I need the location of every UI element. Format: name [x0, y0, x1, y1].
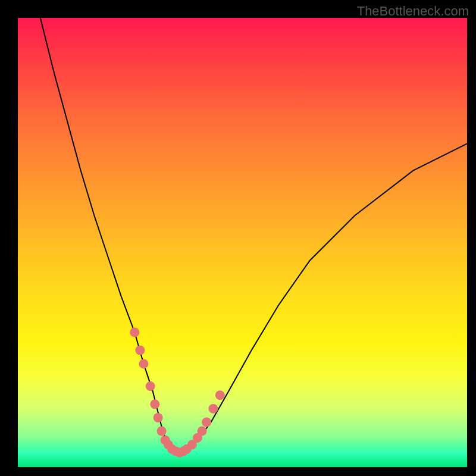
svg-point-2 [139, 359, 148, 368]
svg-point-1 [135, 346, 145, 355]
svg-point-3 [146, 381, 155, 391]
svg-point-5 [154, 413, 163, 422]
svg-point-17 [202, 418, 211, 427]
svg-point-6 [157, 427, 167, 436]
chart-plot-area [18, 18, 467, 467]
svg-point-18 [208, 404, 218, 414]
chart-svg [18, 18, 467, 467]
bottleneck-curve [40, 18, 467, 453]
watermark-text: TheBottleneck.com [357, 4, 469, 19]
svg-point-19 [215, 390, 225, 400]
svg-point-4 [150, 399, 159, 409]
svg-point-0 [130, 328, 139, 337]
svg-point-16 [198, 427, 207, 436]
highlight-dots [130, 328, 224, 458]
